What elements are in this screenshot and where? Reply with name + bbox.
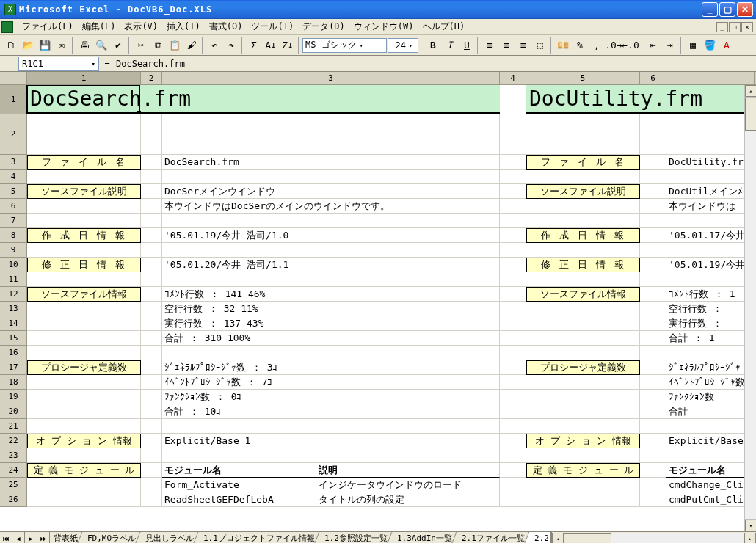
cell[interactable]	[141, 287, 162, 302]
right-mod1[interactable]: cmdChange_Clic	[666, 478, 755, 492]
sheet-tab[interactable]: 1.3AddIn一覧	[386, 532, 460, 543]
cell[interactable]	[526, 448, 640, 463]
left-modified[interactable]: '05.01.20/今井 浩司/1.1	[162, 258, 500, 272]
cell[interactable]	[640, 155, 666, 170]
sheet-tab[interactable]: 2.1ファイル一覧	[451, 532, 533, 543]
cell[interactable]	[141, 199, 162, 214]
cell[interactable]	[640, 346, 666, 360]
cell[interactable]	[141, 214, 162, 228]
formula-value[interactable]: DocSearch.frm	[113, 59, 756, 69]
right-proc3[interactable]: ﾌｧﾝｸｼｮﾝ数	[666, 390, 755, 404]
cell[interactable]	[27, 478, 141, 492]
hscroll-track[interactable]	[564, 533, 744, 544]
cell[interactable]	[141, 463, 162, 478]
paste-button[interactable]: 📋	[167, 37, 183, 54]
comma-button[interactable]: ,	[589, 37, 605, 54]
label-srcdesc-r[interactable]: ソースファイル説明	[526, 184, 640, 199]
cell[interactable]	[162, 243, 500, 258]
cell[interactable]	[666, 114, 755, 155]
label-defmod[interactable]: 定 義 モ ジ ュ ー ル	[27, 463, 141, 478]
label-srcdesc[interactable]: ソースファイル説明	[27, 184, 141, 199]
right-src2[interactable]: 空行行数 ：	[666, 302, 755, 316]
left-proc2[interactable]: ｲﾍﾞﾝﾄﾌﾟﾛｼｰｼﾞｬ数 ： 7ｺ	[162, 375, 500, 390]
cell[interactable]	[500, 492, 526, 507]
open-button[interactable]: 📂	[20, 37, 36, 54]
cell[interactable]	[500, 184, 526, 199]
cell[interactable]	[640, 258, 666, 272]
percent-button[interactable]: %	[572, 37, 588, 54]
sheet-tab[interactable]: 見出しラベル	[135, 532, 203, 543]
left-src3[interactable]: 実行行数 ： 137 43%	[162, 316, 500, 331]
row-header[interactable]: 6	[0, 199, 26, 214]
cell[interactable]	[141, 243, 162, 258]
cell[interactable]	[141, 155, 162, 170]
sheet-tab[interactable]: FD,MOラベル	[77, 532, 145, 543]
cell[interactable]	[526, 375, 640, 390]
cell[interactable]	[640, 419, 666, 434]
print-button[interactable]: 🖶	[76, 37, 92, 54]
cell[interactable]	[27, 404, 141, 419]
scroll-left-button[interactable]: ◂	[552, 533, 564, 544]
row-header[interactable]: 18	[0, 375, 26, 390]
left-desc2[interactable]: 本ウインドウはDocSerのメインのウインドウです。	[162, 199, 500, 214]
minimize-button[interactable]: _	[702, 2, 718, 17]
cell[interactable]	[141, 492, 162, 507]
cell[interactable]	[640, 360, 666, 375]
cell[interactable]	[666, 272, 755, 287]
row-header[interactable]: 8	[0, 228, 26, 243]
align-right-button[interactable]: ≡	[515, 37, 531, 54]
borders-button[interactable]: ▦	[685, 37, 701, 54]
cell[interactable]	[526, 492, 640, 507]
cell[interactable]	[141, 170, 162, 184]
cell[interactable]	[141, 404, 162, 419]
cell[interactable]	[640, 287, 666, 302]
cell[interactable]	[640, 404, 666, 419]
maximize-button[interactable]: ▢	[719, 2, 735, 17]
cell[interactable]	[666, 448, 755, 463]
mdi-minimize[interactable]: _	[716, 22, 728, 32]
autosum-button[interactable]: Σ	[246, 37, 262, 54]
scroll-up-button[interactable]: ▴	[745, 85, 756, 97]
workbook-icon[interactable]	[1, 21, 13, 33]
format-painter-button[interactable]: 🖌	[183, 37, 200, 54]
col-header-3[interactable]: 3	[162, 72, 500, 84]
cell[interactable]	[500, 214, 526, 228]
grid[interactable]: 1 2 3 4 5 6 7 8 9 10 11 12 13 14 15 16 1…	[0, 85, 756, 531]
cell[interactable]	[27, 390, 141, 404]
right-modified[interactable]: '05.01.19/今井	[666, 258, 755, 272]
left-proc3[interactable]: ﾌｧﾝｸｼｮﾝ数 ： 0ｺ	[162, 390, 500, 404]
cell[interactable]	[640, 434, 666, 448]
cell[interactable]	[526, 199, 640, 214]
cell[interactable]	[500, 390, 526, 404]
left-created[interactable]: '05.01.19/今井 浩司/1.0	[162, 228, 500, 243]
cell[interactable]	[27, 199, 141, 214]
cell[interactable]	[500, 302, 526, 316]
right-proc2[interactable]: ｲﾍﾞﾝﾄﾌﾟﾛｼｰｼﾞｬ数	[666, 375, 755, 390]
cell[interactable]	[141, 316, 162, 331]
cell[interactable]	[640, 228, 666, 243]
scroll-thumb[interactable]	[745, 98, 756, 131]
right-src4[interactable]: 合計 ： 1	[666, 331, 755, 346]
cell[interactable]	[500, 155, 526, 170]
left-src2[interactable]: 空行行数 ： 32 11%	[162, 302, 500, 316]
cell[interactable]	[141, 434, 162, 448]
cell[interactable]	[27, 316, 141, 331]
cell[interactable]	[27, 346, 141, 360]
cell[interactable]	[640, 170, 666, 184]
cell[interactable]	[640, 375, 666, 390]
right-desc2[interactable]: 本ウインドウは	[666, 199, 755, 214]
cell[interactable]	[500, 287, 526, 302]
cell[interactable]	[640, 478, 666, 492]
tab-first-button[interactable]: ⏮	[0, 532, 12, 543]
sort-asc-button[interactable]: A↓	[263, 37, 279, 54]
cell[interactable]	[526, 419, 640, 434]
left-desc1[interactable]: DocSerメインウインドウ	[162, 184, 500, 199]
cell[interactable]	[141, 228, 162, 243]
cell[interactable]	[526, 346, 640, 360]
row-header[interactable]: 17	[0, 360, 26, 375]
cell[interactable]	[526, 214, 640, 228]
label-option-r[interactable]: オ プ シ ョ ン 情報	[526, 434, 640, 448]
row-header[interactable]: 26	[0, 492, 26, 507]
label-srcinfo[interactable]: ソースファイル情報	[27, 287, 141, 302]
mdi-close[interactable]: ×	[741, 22, 753, 32]
